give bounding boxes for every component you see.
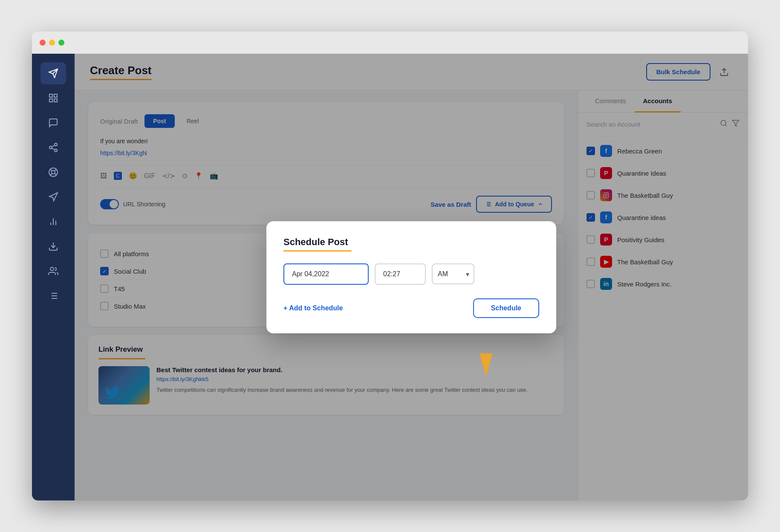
titlebar — [32, 32, 748, 54]
app-layout: Create Post Bulk Schedule — [32, 54, 748, 500]
modal-title: Schedule Post — [283, 237, 539, 248]
sidebar-item-send[interactable] — [40, 62, 66, 84]
schedule-post-modal: Schedule Post AM PM + Add to S — [266, 221, 556, 333]
svg-point-9 — [55, 143, 57, 146]
modal-overlay[interactable]: Schedule Post AM PM + Add to S — [75, 54, 748, 500]
svg-point-24 — [50, 267, 54, 271]
sidebar-item-download[interactable] — [40, 235, 66, 257]
svg-marker-44 — [480, 353, 492, 377]
ampm-select[interactable]: AM PM — [432, 263, 474, 284]
svg-line-19 — [50, 173, 52, 175]
close-button[interactable] — [40, 40, 46, 46]
svg-rect-5 — [54, 99, 57, 102]
minimize-button[interactable] — [49, 40, 55, 46]
svg-rect-2 — [49, 94, 52, 97]
sidebar-item-users[interactable] — [40, 260, 66, 282]
ampm-wrapper: AM PM — [432, 263, 474, 284]
schedule-button[interactable]: Schedule — [473, 298, 539, 318]
sidebar — [32, 54, 75, 500]
main-content: Create Post Bulk Schedule — [75, 54, 748, 500]
svg-rect-4 — [49, 99, 52, 102]
sidebar-item-network[interactable] — [40, 136, 66, 159]
svg-line-12 — [52, 148, 55, 150]
cursor-arrow — [475, 353, 497, 381]
time-input[interactable] — [375, 263, 426, 285]
modal-title-underline — [283, 250, 352, 252]
svg-line-13 — [52, 145, 55, 147]
svg-point-11 — [55, 149, 57, 152]
mac-window: Create Post Bulk Schedule — [32, 32, 748, 500]
svg-point-15 — [52, 171, 55, 174]
svg-line-18 — [55, 169, 56, 171]
modal-actions: + Add to Schedule Schedule — [283, 298, 539, 318]
sidebar-item-support[interactable] — [40, 161, 66, 183]
date-input[interactable] — [283, 263, 369, 285]
maximize-button[interactable] — [58, 40, 64, 46]
svg-line-16 — [50, 169, 52, 171]
modal-fields: AM PM — [283, 263, 539, 285]
svg-point-10 — [49, 146, 52, 149]
sidebar-item-analytics[interactable] — [40, 211, 66, 233]
svg-line-17 — [55, 173, 56, 175]
svg-rect-3 — [54, 94, 57, 97]
add-to-schedule-button[interactable]: + Add to Schedule — [283, 304, 343, 312]
sidebar-item-dashboard[interactable] — [40, 87, 66, 109]
sidebar-item-chat[interactable] — [40, 112, 66, 134]
sidebar-item-list[interactable] — [40, 285, 66, 307]
sidebar-item-megaphone[interactable] — [40, 186, 66, 208]
